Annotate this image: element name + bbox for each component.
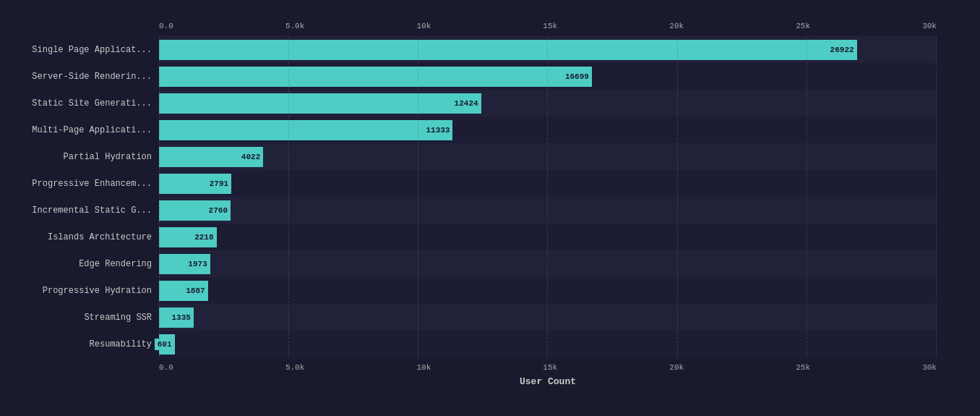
bar-fill: 601 <box>159 334 175 355</box>
top-axis: 0.05.0k10k15k20k25k30k <box>159 22 937 30</box>
bar-row: Partial Hydration4022 <box>159 143 937 170</box>
bar-label: Islands Architecture <box>0 232 152 242</box>
chart-container: 0.05.0k10k15k20k25k30k Single Page Appli… <box>0 0 980 416</box>
bar-row: Server-Side Renderin...16699 <box>159 63 937 90</box>
bar-label: Progressive Hydration <box>0 286 152 296</box>
bar-row: Islands Architecture2218 <box>159 224 937 250</box>
bar-track: 2218 <box>159 227 937 247</box>
bar-fill: 2218 <box>159 227 217 247</box>
bar-fill: 26922 <box>159 40 857 60</box>
bar-row: Streaming SSR1335 <box>159 304 937 331</box>
bar-row: Single Page Applicat...26922 <box>159 36 937 63</box>
bottom-axis-label: 5.0k <box>285 363 304 372</box>
bar-row: Progressive Enhancem...2791 <box>159 170 937 197</box>
bottom-axis-label: 10k <box>416 363 431 372</box>
bar-row: Edge Rendering1973 <box>159 250 937 277</box>
bar-track: 2760 <box>159 200 937 221</box>
bar-fill: 12424 <box>159 93 481 114</box>
bottom-axis-label: 15k <box>543 363 557 372</box>
bar-track: 601 <box>159 334 937 355</box>
bar-value: 2218 <box>192 232 216 243</box>
bar-track: 26922 <box>159 40 937 60</box>
bottom-axis-label: 25k <box>796 363 810 372</box>
bar-track: 1335 <box>159 307 937 328</box>
bar-row: Progressive Hydration1887 <box>159 277 937 304</box>
bottom-axis-label: 0.0 <box>159 363 173 372</box>
bar-label: Edge Rendering <box>0 259 152 269</box>
bar-row: Incremental Static G...2760 <box>159 197 937 224</box>
bar-track: 4022 <box>159 147 937 167</box>
bar-fill: 4022 <box>159 147 263 167</box>
bar-label: Multi-Page Applicati... <box>0 125 152 135</box>
x-axis-label: User Count <box>159 376 937 387</box>
bar-fill: 2791 <box>159 174 231 194</box>
bottom-axis: 0.05.0k10k15k20k25k30k <box>159 363 937 372</box>
bar-label: Streaming SSR <box>0 313 152 323</box>
top-axis-label: 25k <box>796 22 810 30</box>
bar-label: Single Page Applicat... <box>0 45 152 55</box>
bar-track: 12424 <box>159 93 937 114</box>
bar-label: Partial Hydration <box>0 152 152 162</box>
bar-value: 16699 <box>562 71 592 82</box>
bar-value: 4022 <box>238 151 263 163</box>
bar-fill: 2760 <box>159 200 231 221</box>
bar-fill: 1973 <box>159 254 210 274</box>
bar-value: 2791 <box>207 178 231 190</box>
bar-label: Progressive Enhancem... <box>0 179 152 189</box>
bar-label: Static Site Generati... <box>0 98 152 109</box>
top-axis-label: 10k <box>416 22 431 30</box>
bar-value: 1335 <box>168 312 193 323</box>
bar-track: 16699 <box>159 67 937 87</box>
bar-track: 1887 <box>159 281 937 301</box>
bottom-axis-label: 30k <box>922 363 937 372</box>
bar-fill: 1887 <box>159 281 208 301</box>
bottom-axis-label: 20k <box>669 363 684 372</box>
top-axis-label: 0.0 <box>159 22 173 30</box>
top-axis-label: 20k <box>669 22 684 30</box>
bar-value: 1887 <box>183 285 207 297</box>
bar-row: Static Site Generati...12424 <box>159 90 937 116</box>
bar-fill: 16699 <box>159 67 592 87</box>
chart-inner: Single Page Applicat...26922Server-Side … <box>159 36 937 357</box>
bar-row: Resumability601 <box>159 331 937 357</box>
bar-fill: 11333 <box>159 120 452 140</box>
bar-track: 2791 <box>159 174 937 194</box>
bar-value: 2760 <box>206 205 231 216</box>
top-axis-label: 15k <box>543 22 557 30</box>
bar-label: Resumability <box>0 339 152 349</box>
bar-value: 601 <box>155 339 175 350</box>
bar-label: Incremental Static G... <box>0 205 152 216</box>
bar-row: Multi-Page Applicati...11333 <box>159 116 937 143</box>
bar-value: 1973 <box>185 258 210 270</box>
top-axis-label: 5.0k <box>285 22 304 30</box>
bar-fill: 1335 <box>159 307 194 328</box>
bar-label: Server-Side Renderin... <box>0 72 152 82</box>
bar-track: 1973 <box>159 254 937 274</box>
bar-value: 12424 <box>452 98 481 109</box>
bar-track: 11333 <box>159 120 937 140</box>
bar-value: 26922 <box>828 44 857 56</box>
bar-value: 11333 <box>423 124 452 136</box>
top-axis-label: 30k <box>922 22 937 30</box>
bars-wrapper: Single Page Applicat...26922Server-Side … <box>159 36 937 357</box>
